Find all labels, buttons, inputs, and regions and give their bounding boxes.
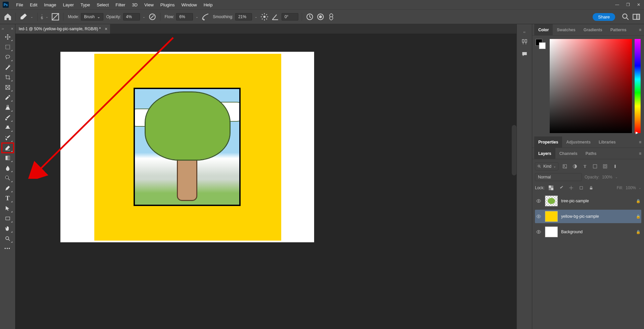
menu-view[interactable]: View <box>141 0 157 9</box>
lock-icon[interactable]: 🔒 <box>636 230 641 234</box>
menu-image[interactable]: Image <box>41 0 59 9</box>
tool-preset-chevron-icon[interactable]: ⌄ <box>30 15 34 18</box>
menu-type[interactable]: Type <box>77 0 93 9</box>
vertical-scrollbar[interactable] <box>512 125 516 175</box>
zoom-tool[interactable] <box>2 234 13 243</box>
brush-size-chevron-icon[interactable]: ⌄ <box>45 15 49 18</box>
layer-thumbnail[interactable] <box>545 227 558 237</box>
eraser-preset-icon[interactable] <box>19 12 28 21</box>
home-icon[interactable] <box>3 12 12 21</box>
mode-select[interactable]: Brush ⌄ <box>81 13 103 20</box>
lock-image-icon[interactable] <box>557 184 565 192</box>
filter-toggle-icon[interactable] <box>611 163 619 170</box>
panel-menu-icon[interactable]: ≡ <box>639 140 641 145</box>
filter-pixel-icon[interactable] <box>561 163 568 170</box>
lock-icon[interactable]: 🔒 <box>636 199 641 203</box>
fg-bg-swatches[interactable] <box>536 39 547 133</box>
move-tool[interactable] <box>2 32 13 42</box>
layer-name[interactable]: Background <box>561 230 633 234</box>
layer-row[interactable]: Background 🔒 <box>535 225 641 239</box>
pressure-size-icon[interactable] <box>316 12 325 21</box>
menu-plugins[interactable]: Plugins <box>157 0 178 9</box>
visibility-toggle-icon[interactable] <box>536 198 542 204</box>
visibility-toggle-icon[interactable] <box>536 214 542 219</box>
toolbar-header[interactable]: ››✕ <box>0 26 15 32</box>
eraser-tool[interactable] <box>2 143 13 153</box>
swatches-tab[interactable]: Swatches <box>553 24 579 35</box>
channels-tab[interactable]: Channels <box>555 148 582 159</box>
brush-tool[interactable] <box>2 113 13 122</box>
filter-smartobj-icon[interactable] <box>601 163 609 170</box>
filter-type-icon[interactable]: T <box>581 163 589 170</box>
lock-artboard-icon[interactable] <box>578 184 585 192</box>
layer-thumbnail[interactable] <box>545 211 558 222</box>
maximize-button[interactable]: ❐ <box>625 2 631 7</box>
erase-to-history-icon[interactable] <box>305 12 314 21</box>
gradients-tab[interactable]: Gradients <box>580 24 606 35</box>
layer-thumbnail[interactable] <box>545 196 558 206</box>
layer-filter-kind[interactable]: Kind ⌄ <box>535 162 558 170</box>
smoothing-field[interactable]: 21% <box>235 13 252 20</box>
visibility-toggle-icon[interactable] <box>536 229 542 235</box>
smoothing-options-icon[interactable] <box>260 12 269 21</box>
lock-position-icon[interactable] <box>567 184 575 192</box>
menu-layer[interactable]: Layer <box>60 0 78 9</box>
hue-slider[interactable]: ▶ <box>635 39 641 133</box>
symmetry-icon[interactable] <box>327 12 336 21</box>
minimize-button[interactable]: — <box>614 2 620 7</box>
pressure-opacity-icon[interactable] <box>148 12 157 21</box>
hand-tool[interactable] <box>2 224 13 233</box>
lasso-tool[interactable] <box>2 52 13 62</box>
lock-all-icon[interactable] <box>588 184 595 192</box>
smoothing-chevron-icon[interactable]: ⌄ <box>254 15 258 18</box>
healing-brush-tool[interactable] <box>2 103 13 112</box>
fill-chevron-icon[interactable]: ⌄ <box>639 186 641 190</box>
rectangle-tool[interactable] <box>2 214 13 223</box>
airbrush-icon[interactable] <box>201 12 210 21</box>
paths-tab[interactable]: Paths <box>582 148 601 159</box>
layer-row[interactable]: tree-pic-sample 🔒 <box>535 194 641 208</box>
frame-tool[interactable] <box>2 83 13 92</box>
adjustments-tab[interactable]: Adjustments <box>562 136 595 148</box>
filter-adjustment-icon[interactable] <box>571 163 579 170</box>
comments-panel-icon[interactable] <box>522 51 528 58</box>
eyedropper-tool[interactable] <box>2 93 13 102</box>
path-selection-tool[interactable] <box>2 204 13 213</box>
canvas-viewport[interactable] <box>15 34 516 329</box>
opacity-field[interactable]: 4% <box>123 13 140 20</box>
close-tab-icon[interactable]: × <box>105 26 107 32</box>
share-button[interactable]: Share <box>593 13 615 21</box>
quick-selection-tool[interactable] <box>2 63 13 72</box>
marquee-tool[interactable] <box>2 42 13 52</box>
menu-3d[interactable]: 3D <box>129 0 141 9</box>
clone-stamp-tool[interactable] <box>2 123 13 132</box>
properties-tab[interactable]: Properties <box>534 136 562 148</box>
brush-settings-icon[interactable] <box>51 12 60 21</box>
filter-shape-icon[interactable] <box>591 163 599 170</box>
search-icon[interactable] <box>621 12 630 21</box>
layer-name[interactable]: yellow-bg-pic-sample <box>561 214 633 219</box>
brush-size-picker[interactable]: • 6 <box>41 14 43 20</box>
lock-icon[interactable]: 🔒 <box>636 214 641 219</box>
menu-select[interactable]: Select <box>93 0 112 9</box>
fill-value[interactable]: 100% <box>626 186 636 190</box>
gradient-tool[interactable] <box>2 153 13 163</box>
layer-name[interactable]: tree-pic-sample <box>561 199 633 203</box>
flow-chevron-icon[interactable]: ⌄ <box>195 15 199 18</box>
panel-menu-icon[interactable]: ≡ <box>639 151 641 156</box>
blur-tool[interactable] <box>2 163 13 173</box>
type-tool[interactable]: T <box>2 194 13 203</box>
layers-tab[interactable]: Layers <box>534 148 555 159</box>
libraries-tab[interactable]: Libraries <box>595 136 620 148</box>
workspace-icon[interactable] <box>632 12 641 21</box>
color-spectrum[interactable] <box>550 39 632 133</box>
lock-transparent-icon[interactable] <box>547 184 555 192</box>
menu-help[interactable]: Help <box>200 0 216 9</box>
color-tab[interactable]: Color <box>534 24 553 35</box>
expand-panels-icon[interactable]: ‹‹ <box>523 30 526 34</box>
document-tab[interactable]: led-1 @ 50% (yellow-bg-pic-sample, RGB/8… <box>15 24 110 34</box>
background-color-swatch[interactable] <box>539 42 546 49</box>
dodge-tool[interactable] <box>2 173 13 183</box>
layer-row[interactable]: yellow-bg-pic-sample 🔒 <box>535 210 641 223</box>
flow-field[interactable]: 6% <box>176 13 193 20</box>
